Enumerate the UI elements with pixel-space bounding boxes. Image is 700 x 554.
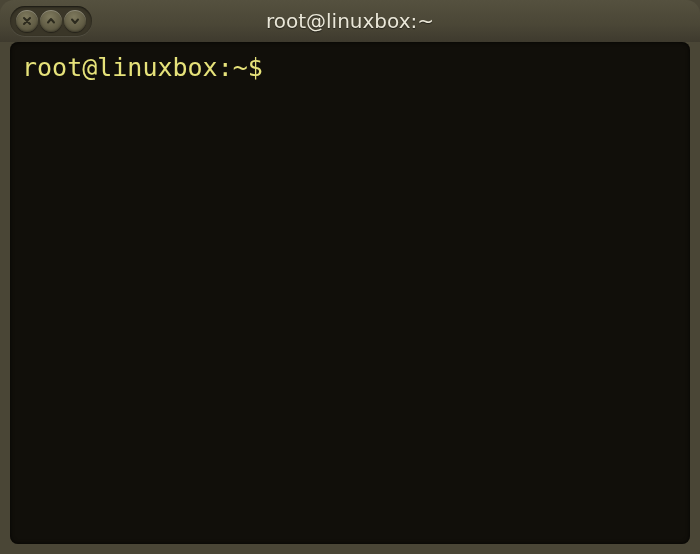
terminal-area[interactable]: root@linuxbox:~$ — [10, 42, 690, 544]
window-title: root@linuxbox:~ — [0, 9, 700, 33]
close-button[interactable] — [16, 10, 38, 32]
chevron-down-icon — [70, 16, 80, 26]
maximize-button[interactable] — [40, 10, 62, 32]
minimize-button[interactable] — [64, 10, 86, 32]
close-icon — [22, 16, 32, 26]
chevron-up-icon — [46, 16, 56, 26]
shell-prompt: root@linuxbox:~$ — [22, 53, 263, 82]
prompt-line: root@linuxbox:~$ — [22, 52, 678, 83]
window-controls — [10, 6, 92, 36]
terminal-window: root@linuxbox:~ root@linuxbox:~$ — [0, 0, 700, 554]
titlebar[interactable]: root@linuxbox:~ — [0, 0, 700, 42]
